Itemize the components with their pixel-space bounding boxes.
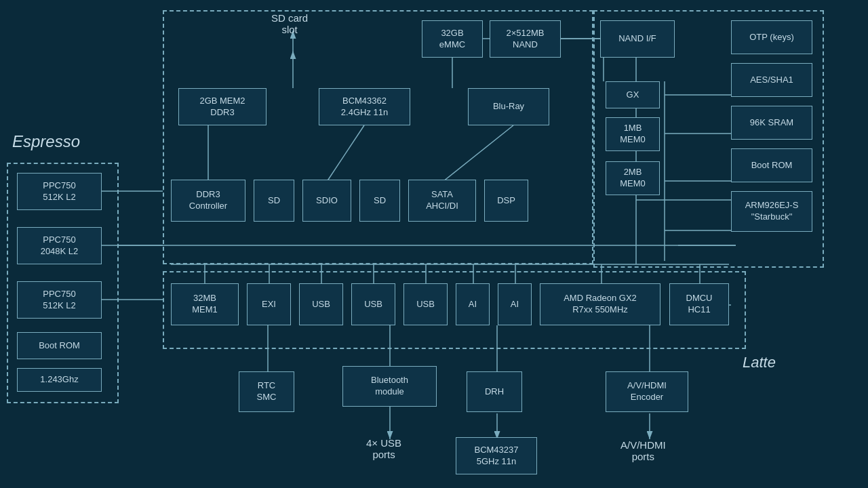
- sdio: SDIO: [302, 180, 351, 222]
- bluetooth-module: Bluetoothmodule: [342, 366, 437, 407]
- sd-1: SD: [254, 180, 294, 222]
- gx: GX: [606, 81, 660, 108]
- clock-speed: 1.243Ghz: [17, 368, 102, 392]
- boot-rom-espresso: Boot ROM: [17, 332, 102, 359]
- boot-rom-latte: Boot ROM: [731, 148, 812, 182]
- usb-ports-label: 4× USBports: [366, 437, 401, 460]
- mem0-2mb: 2MBMEM0: [606, 161, 660, 195]
- mem1-32mb: 32MBMEM1: [171, 283, 239, 325]
- drh: DRH: [467, 371, 522, 412]
- ai-1: AI: [456, 283, 490, 325]
- usb-2: USB: [351, 283, 395, 325]
- nand-if: NAND I/F: [600, 20, 675, 58]
- sdcard-label: SD cardslot: [271, 12, 308, 35]
- espresso-label: Espresso: [12, 132, 80, 151]
- av-hdmi-encoder: A/V/HDMIEncoder: [606, 371, 688, 412]
- latte-label: Latte: [743, 354, 776, 371]
- emmc-32gb: 32GBeMMC: [422, 20, 483, 58]
- sram-96k: 96K SRAM: [731, 106, 812, 140]
- otp-keys: OTP (keys): [731, 20, 812, 54]
- usb-3: USB: [403, 283, 448, 325]
- diagram: Espresso Latte SD cardslot PPC750512K L2…: [0, 0, 868, 488]
- av-hdmi-ports-label: A/V/HDMIports: [620, 439, 666, 462]
- amd-radeon: AMD Radeon GX2R7xx 550MHz: [540, 283, 660, 325]
- usb-1: USB: [299, 283, 343, 325]
- exi: EXI: [247, 283, 291, 325]
- ai-2: AI: [498, 283, 532, 325]
- dmcu-hc11: DMCUHC11: [669, 283, 729, 325]
- nand-512mb: 2×512MBNAND: [490, 20, 561, 58]
- ddr3-controller: DDR3Controller: [171, 180, 245, 222]
- ppc750-1: PPC750512K L2: [17, 173, 102, 210]
- rtc-smc: RTCSMC: [239, 371, 294, 412]
- mem2-ddr3: 2GB MEM2DDR3: [178, 88, 267, 125]
- ppc750-3: PPC750512K L2: [17, 281, 102, 319]
- arm926-starbuck: ARM926EJ-S"Starbuck": [731, 191, 812, 232]
- blu-ray: Blu-Ray: [468, 88, 549, 125]
- ppc750-2: PPC7502048K L2: [17, 227, 102, 264]
- bcm43362: BCM433622.4GHz 11n: [319, 88, 410, 125]
- mem0-1mb: 1MBMEM0: [606, 117, 660, 151]
- sata-ahci: SATAAHCI/DI: [408, 180, 476, 222]
- dsp: DSP: [484, 180, 528, 222]
- bcm43237: BCM432375GHz 11n: [456, 437, 537, 474]
- aes-sha1: AES/SHA1: [731, 63, 812, 97]
- sd-2: SD: [359, 180, 400, 222]
